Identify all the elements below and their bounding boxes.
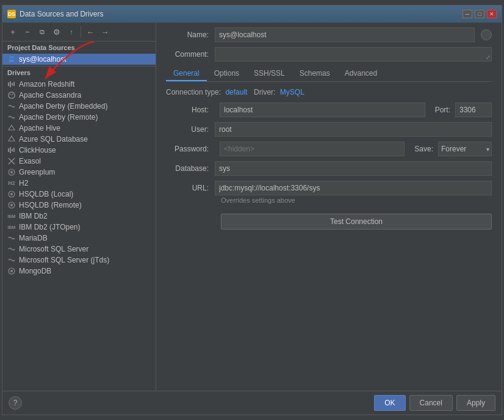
left-scroll[interactable]: Project Data Sources sys@localhost Drive… [2,42,156,391]
user-input[interactable] [215,122,492,137]
svg-marker-7 [9,136,15,141]
driver-item[interactable]: Apache Derby (Remote) [2,112,156,123]
driver-icon-derby-remote [7,113,16,121]
driver-label: Amazon Redshift [19,80,74,89]
test-connection-button[interactable]: Test Connection [221,214,492,230]
svg-rect-3 [10,81,11,87]
export-button[interactable]: ↑ [65,25,78,38]
driver-item[interactable]: Microsoft SQL Server [2,244,156,255]
svg-rect-9 [10,147,11,153]
password-row: Password: Save: Forever Until restart Ne… [166,142,492,156]
driver-value[interactable]: MySQL [280,88,304,96]
host-input[interactable] [220,103,425,117]
driver-label: Apache Derby (Embedded) [19,102,107,110]
svg-point-19 [10,204,13,206]
right-panel: Name: Comment: ⤢ General Options SSH/SSL [156,23,502,391]
svg-point-17 [10,193,13,195]
driver-item[interactable]: Amazon Redshift [2,79,156,90]
ok-button[interactable]: OK [374,395,405,411]
driver-item[interactable]: Apache Derby (Embedded) [2,101,156,112]
tab-options[interactable]: Options [207,67,247,81]
bottom-actions: OK Cancel Apply [374,395,495,411]
save-select[interactable]: Forever Until restart Never [438,142,492,156]
drivers-section: Drivers Amazon Redshift Apache Cassandra [2,66,156,277]
settings-button[interactable]: ⚙ [50,25,63,38]
tab-sshssl[interactable]: SSH/SSL [247,67,292,81]
url-row: URL: [166,181,492,195]
window-controls: ─ □ ✕ [463,10,497,18]
driver-item[interactable]: H2 H2 [2,178,156,189]
user-label: User: [166,125,215,134]
host-port-row: Host: Port: [166,103,492,117]
bottom-bar: ? OK Cancel Apply [2,391,502,415]
expand-icon[interactable]: ⤢ [486,54,491,60]
driver-item[interactable]: IBM IBM Db2 (JTOpen) [2,222,156,233]
host-label: Host: [166,106,215,114]
svg-point-21 [10,270,13,272]
apply-button[interactable]: Apply [456,395,495,411]
driver-item[interactable]: HSQLDB (Local) [2,189,156,200]
tab-schemas[interactable]: Schemas [292,67,337,81]
driver-item[interactable]: MariaDB [2,233,156,244]
driver-label: IBM Db2 [19,212,48,220]
comment-row: Comment: ⤢ [166,47,492,62]
maximize-button[interactable]: □ [475,10,484,18]
driver-label: H2 [19,179,28,187]
driver-icon-hsqldb-remote [7,201,16,209]
minimize-button[interactable]: ─ [463,10,472,18]
driver-icon-hsqldb-local [7,190,16,198]
driver-icon-azure [7,135,16,143]
duplicate-button[interactable]: ⧉ [35,25,49,38]
tab-general[interactable]: General [166,67,207,81]
title-bar: DS Data Sources and Drivers ─ □ ✕ [2,5,502,23]
driver-item[interactable]: Azure SQL Database [2,134,156,145]
port-input[interactable] [455,103,492,117]
driver-item[interactable]: Exasol [2,156,156,167]
driver-label: HSQLDB (Remote) [19,201,82,209]
comment-input[interactable] [215,47,492,62]
driver-icon-exasol [7,157,16,165]
comment-input-wrap: ⤢ [215,47,492,62]
remove-button[interactable]: − [21,25,34,38]
back-button[interactable]: ← [84,25,97,38]
svg-rect-8 [8,148,9,152]
driver-item[interactable]: Apache Hive [2,123,156,134]
driver-icon-hive [7,124,16,132]
help-button[interactable]: ? [9,396,22,410]
driver-item[interactable]: Microsoft SQL Server (jTds) [2,255,156,266]
password-input[interactable] [220,142,405,156]
url-input[interactable] [215,181,492,195]
forward-button[interactable]: → [98,25,112,38]
left-panel: + − ⧉ ⚙ ↑ ← → Project Data Sources [2,23,156,391]
cancel-button[interactable]: Cancel [409,395,453,411]
driver-icon-ibmdb2-jtopen: IBM [7,223,16,231]
driver-icon-greenplum [7,168,16,176]
tab-advanced[interactable]: Advanced [337,67,384,81]
status-indicator [481,29,492,40]
driver-item[interactable]: IBM IBM Db2 [2,211,156,222]
selected-datasource[interactable]: sys@localhost [2,54,156,65]
driver-label: HSQLDB (Local) [19,190,73,198]
datasource-icon [7,55,16,63]
project-datasources-header: Project Data Sources [2,42,156,54]
name-input[interactable] [215,27,475,42]
svg-point-15 [10,171,13,173]
svg-rect-4 [12,83,13,85]
connection-type-value[interactable]: default [225,88,247,96]
title-bar-left: DS Data Sources and Drivers [7,10,103,18]
driver-item[interactable]: Apache Cassandra [2,90,156,101]
toolbar: + − ⧉ ⚙ ↑ ← → [2,23,156,42]
driver-item[interactable]: MongoDB [2,266,156,277]
close-button[interactable]: ✕ [487,10,497,18]
driver-label: MariaDB [19,234,48,242]
add-button[interactable]: + [6,25,20,38]
driver-label: Azure SQL Database [19,135,88,143]
driver-label: Greenplum [19,168,55,176]
driver-item[interactable]: HSQLDB (Remote) [2,200,156,211]
database-input[interactable] [215,161,492,176]
database-row: Database: [166,161,492,176]
driver-item[interactable]: Greenplum [2,167,156,178]
driver-item[interactable]: ClickHouse [2,145,156,156]
svg-rect-2 [8,82,9,86]
driver-label: ClickHouse [19,146,56,154]
